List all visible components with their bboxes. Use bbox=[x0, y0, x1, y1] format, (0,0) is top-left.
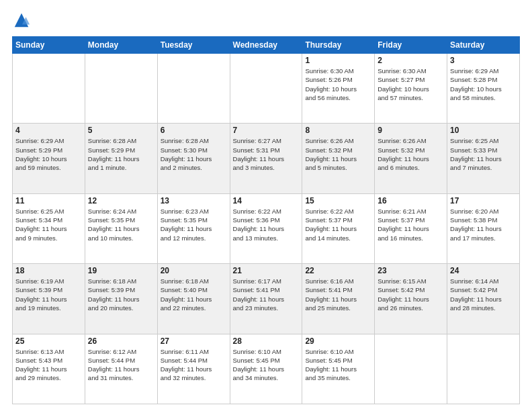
day-info: Sunrise: 6:25 AM Sunset: 5:33 PM Dayligh… bbox=[450, 136, 517, 172]
calendar-cell: 27Sunrise: 6:11 AM Sunset: 5:44 PM Dayli… bbox=[157, 334, 230, 404]
day-info: Sunrise: 6:30 AM Sunset: 5:26 PM Dayligh… bbox=[305, 66, 371, 102]
day-info: Sunrise: 6:24 AM Sunset: 5:35 PM Dayligh… bbox=[88, 207, 154, 242]
day-number: 29 bbox=[305, 336, 371, 346]
calendar-cell: 25Sunrise: 6:13 AM Sunset: 5:43 PM Dayli… bbox=[13, 334, 85, 404]
day-number: 26 bbox=[88, 336, 154, 346]
calendar-cell: 1Sunrise: 6:30 AM Sunset: 5:26 PM Daylig… bbox=[302, 54, 375, 124]
day-info: Sunrise: 6:21 AM Sunset: 5:37 PM Dayligh… bbox=[378, 207, 444, 242]
calendar-cell: 24Sunrise: 6:14 AM Sunset: 5:42 PM Dayli… bbox=[447, 264, 520, 334]
weekday-tuesday: Tuesday bbox=[157, 37, 230, 54]
day-info: Sunrise: 6:28 AM Sunset: 5:29 PM Dayligh… bbox=[88, 136, 154, 172]
calendar-cell bbox=[13, 54, 85, 124]
weekday-sunday: Sunday bbox=[13, 37, 85, 54]
day-info: Sunrise: 6:28 AM Sunset: 5:30 PM Dayligh… bbox=[161, 136, 227, 172]
calendar-week-4: 18Sunrise: 6:19 AM Sunset: 5:39 PM Dayli… bbox=[13, 264, 520, 334]
calendar-cell: 14Sunrise: 6:22 AM Sunset: 5:36 PM Dayli… bbox=[230, 193, 302, 263]
day-number: 4 bbox=[15, 126, 82, 135]
day-number: 22 bbox=[305, 266, 371, 275]
day-number: 25 bbox=[15, 336, 82, 346]
day-number: 14 bbox=[233, 196, 300, 205]
calendar-cell: 17Sunrise: 6:20 AM Sunset: 5:38 PM Dayli… bbox=[447, 193, 520, 263]
day-info: Sunrise: 6:26 AM Sunset: 5:32 PM Dayligh… bbox=[378, 136, 444, 172]
calendar-cell: 7Sunrise: 6:27 AM Sunset: 5:31 PM Daylig… bbox=[230, 124, 302, 193]
day-number: 10 bbox=[450, 126, 517, 135]
day-number: 27 bbox=[161, 336, 227, 346]
day-info: Sunrise: 6:18 AM Sunset: 5:40 PM Dayligh… bbox=[161, 277, 227, 312]
day-info: Sunrise: 6:18 AM Sunset: 5:39 PM Dayligh… bbox=[88, 277, 154, 312]
day-info: Sunrise: 6:11 AM Sunset: 5:44 PM Dayligh… bbox=[161, 347, 227, 383]
weekday-header-row: SundayMondayTuesdayWednesdayThursdayFrid… bbox=[13, 37, 520, 54]
day-info: Sunrise: 6:29 AM Sunset: 5:28 PM Dayligh… bbox=[450, 66, 517, 102]
day-number: 16 bbox=[378, 196, 444, 205]
calendar-cell: 28Sunrise: 6:10 AM Sunset: 5:45 PM Dayli… bbox=[230, 334, 302, 404]
day-info: Sunrise: 6:15 AM Sunset: 5:42 PM Dayligh… bbox=[378, 277, 444, 312]
logo bbox=[12, 11, 34, 30]
calendar-cell bbox=[85, 54, 157, 124]
day-info: Sunrise: 6:17 AM Sunset: 5:41 PM Dayligh… bbox=[233, 277, 300, 312]
calendar-cell: 12Sunrise: 6:24 AM Sunset: 5:35 PM Dayli… bbox=[85, 193, 157, 263]
calendar-cell: 2Sunrise: 6:30 AM Sunset: 5:27 PM Daylig… bbox=[375, 54, 447, 124]
day-info: Sunrise: 6:20 AM Sunset: 5:38 PM Dayligh… bbox=[450, 207, 517, 242]
calendar-cell: 22Sunrise: 6:16 AM Sunset: 5:41 PM Dayli… bbox=[302, 264, 375, 334]
day-number: 24 bbox=[450, 266, 517, 275]
calendar-cell: 5Sunrise: 6:28 AM Sunset: 5:29 PM Daylig… bbox=[85, 124, 157, 193]
page: SundayMondayTuesdayWednesdayThursdayFrid… bbox=[0, 0, 532, 411]
calendar-cell: 13Sunrise: 6:23 AM Sunset: 5:35 PM Dayli… bbox=[157, 193, 230, 263]
calendar-cell: 16Sunrise: 6:21 AM Sunset: 5:37 PM Dayli… bbox=[375, 193, 447, 263]
day-number: 20 bbox=[161, 266, 227, 275]
day-info: Sunrise: 6:29 AM Sunset: 5:29 PM Dayligh… bbox=[15, 136, 82, 172]
weekday-friday: Friday bbox=[375, 37, 447, 54]
calendar-cell bbox=[375, 334, 447, 404]
calendar-cell: 21Sunrise: 6:17 AM Sunset: 5:41 PM Dayli… bbox=[230, 264, 302, 334]
day-number: 7 bbox=[233, 126, 300, 135]
calendar-cell: 11Sunrise: 6:25 AM Sunset: 5:34 PM Dayli… bbox=[13, 193, 85, 263]
day-number: 11 bbox=[15, 196, 82, 205]
day-info: Sunrise: 6:22 AM Sunset: 5:36 PM Dayligh… bbox=[233, 207, 300, 242]
day-number: 17 bbox=[450, 196, 517, 205]
day-number: 2 bbox=[378, 56, 444, 65]
day-info: Sunrise: 6:25 AM Sunset: 5:34 PM Dayligh… bbox=[15, 207, 82, 242]
weekday-monday: Monday bbox=[85, 37, 157, 54]
calendar-table: SundayMondayTuesdayWednesdayThursdayFrid… bbox=[12, 36, 520, 404]
day-info: Sunrise: 6:13 AM Sunset: 5:43 PM Dayligh… bbox=[15, 347, 82, 383]
day-info: Sunrise: 6:26 AM Sunset: 5:32 PM Dayligh… bbox=[305, 136, 371, 172]
day-number: 1 bbox=[305, 56, 371, 65]
weekday-thursday: Thursday bbox=[302, 37, 375, 54]
calendar-cell bbox=[447, 334, 520, 404]
calendar-cell: 6Sunrise: 6:28 AM Sunset: 5:30 PM Daylig… bbox=[157, 124, 230, 193]
day-info: Sunrise: 6:27 AM Sunset: 5:31 PM Dayligh… bbox=[233, 136, 300, 172]
day-info: Sunrise: 6:19 AM Sunset: 5:39 PM Dayligh… bbox=[15, 277, 82, 312]
day-info: Sunrise: 6:10 AM Sunset: 5:45 PM Dayligh… bbox=[233, 347, 300, 383]
day-info: Sunrise: 6:10 AM Sunset: 5:45 PM Dayligh… bbox=[305, 347, 371, 383]
calendar-cell: 8Sunrise: 6:26 AM Sunset: 5:32 PM Daylig… bbox=[302, 124, 375, 193]
day-number: 18 bbox=[15, 266, 82, 275]
day-number: 23 bbox=[378, 266, 444, 275]
calendar-cell: 26Sunrise: 6:12 AM Sunset: 5:44 PM Dayli… bbox=[85, 334, 157, 404]
calendar-cell: 23Sunrise: 6:15 AM Sunset: 5:42 PM Dayli… bbox=[375, 264, 447, 334]
calendar-cell: 4Sunrise: 6:29 AM Sunset: 5:29 PM Daylig… bbox=[13, 124, 85, 193]
calendar-cell: 15Sunrise: 6:22 AM Sunset: 5:37 PM Dayli… bbox=[302, 193, 375, 263]
calendar-cell: 19Sunrise: 6:18 AM Sunset: 5:39 PM Dayli… bbox=[85, 264, 157, 334]
day-info: Sunrise: 6:16 AM Sunset: 5:41 PM Dayligh… bbox=[305, 277, 371, 312]
weekday-saturday: Saturday bbox=[447, 37, 520, 54]
day-info: Sunrise: 6:12 AM Sunset: 5:44 PM Dayligh… bbox=[88, 347, 154, 383]
day-number: 5 bbox=[88, 126, 154, 135]
day-info: Sunrise: 6:30 AM Sunset: 5:27 PM Dayligh… bbox=[378, 66, 444, 102]
calendar-cell: 3Sunrise: 6:29 AM Sunset: 5:28 PM Daylig… bbox=[447, 54, 520, 124]
day-number: 12 bbox=[88, 196, 154, 205]
calendar-cell bbox=[230, 54, 302, 124]
day-info: Sunrise: 6:23 AM Sunset: 5:35 PM Dayligh… bbox=[161, 207, 227, 242]
logo-icon bbox=[12, 11, 31, 30]
calendar-week-1: 1Sunrise: 6:30 AM Sunset: 5:26 PM Daylig… bbox=[13, 54, 520, 124]
calendar-week-3: 11Sunrise: 6:25 AM Sunset: 5:34 PM Dayli… bbox=[13, 193, 520, 263]
day-number: 28 bbox=[233, 336, 300, 346]
day-number: 15 bbox=[305, 196, 371, 205]
day-info: Sunrise: 6:22 AM Sunset: 5:37 PM Dayligh… bbox=[305, 207, 371, 242]
day-number: 9 bbox=[378, 126, 444, 135]
calendar-week-2: 4Sunrise: 6:29 AM Sunset: 5:29 PM Daylig… bbox=[13, 124, 520, 193]
day-number: 3 bbox=[450, 56, 517, 65]
calendar-cell: 9Sunrise: 6:26 AM Sunset: 5:32 PM Daylig… bbox=[375, 124, 447, 193]
calendar-cell: 20Sunrise: 6:18 AM Sunset: 5:40 PM Dayli… bbox=[157, 264, 230, 334]
header bbox=[12, 11, 520, 30]
calendar-cell: 29Sunrise: 6:10 AM Sunset: 5:45 PM Dayli… bbox=[302, 334, 375, 404]
